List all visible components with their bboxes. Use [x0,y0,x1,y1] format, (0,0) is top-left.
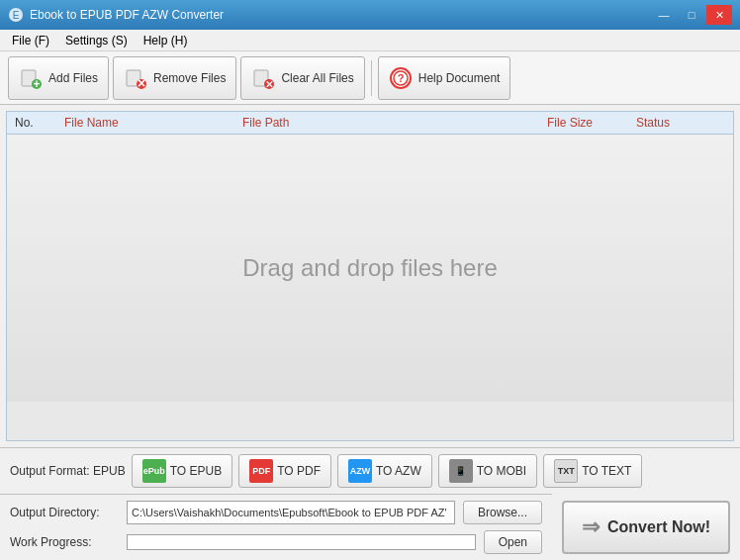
svg-text:+: + [33,77,40,90]
help-document-label: Help Document [418,71,501,85]
format-pdf-label: TO PDF [277,464,321,478]
add-files-icon: + [19,66,43,90]
add-files-label: Add Files [48,71,98,85]
remove-files-button[interactable]: × Remove Files [113,56,236,100]
pdf-icon: PDF [249,459,273,483]
mobi-icon: 📱 [449,459,473,483]
convert-arrow-icon: ⇒ [582,514,600,540]
app-icon: E [8,7,24,23]
text-icon: TXT [554,459,578,483]
menu-file[interactable]: File (F) [4,32,57,49]
help-document-button[interactable]: ? Help Document [378,56,511,100]
clear-all-files-label: Clear All Files [281,71,353,85]
format-epub-button[interactable]: ePub TO EPUB [132,454,232,488]
svg-text:×: × [138,75,145,90]
col-status: Status [636,116,725,130]
convert-now-button[interactable]: ⇒ Convert Now! [562,501,730,554]
output-dir-input[interactable] [127,501,455,524]
col-filename: File Name [64,116,242,130]
help-document-icon: ? [389,66,413,90]
format-azw-label: TO AZW [376,464,421,478]
drag-drop-text: Drag and drop files here [242,254,497,282]
output-format-label: Output Format: EPUB [10,464,126,478]
format-epub-label: TO EPUB [170,464,222,478]
menu-help[interactable]: Help (H) [136,32,196,49]
format-mobi-button[interactable]: 📱 TO MOBI [438,454,537,488]
title-bar: E Ebook to EPUB PDF AZW Converter — □ ✕ [0,0,740,30]
work-progress-label: Work Progress: [10,535,119,549]
work-progress-row: Work Progress: Open [10,530,542,554]
format-azw-button[interactable]: AZW TO AZW [337,454,432,488]
svg-text:✕: ✕ [265,79,273,90]
bottom-left: Output Directory: Browse... Work Progres… [0,494,552,560]
maximize-button[interactable]: □ [679,5,704,25]
svg-text:E: E [13,10,20,21]
clear-all-files-icon: ✕ [251,66,275,90]
add-files-button[interactable]: + Add Files [8,56,109,100]
open-button[interactable]: Open [484,530,542,554]
col-no: No. [15,116,64,130]
output-dir-row: Output Directory: Browse... [10,501,542,524]
convert-section: ⇒ Convert Now! [552,494,740,560]
menu-bar: File (F) Settings (S) Help (H) [0,30,740,51]
minimize-button[interactable]: — [651,5,677,25]
file-table-container: No. File Name File Path File Size Status… [6,111,734,441]
close-button[interactable]: ✕ [706,5,732,25]
output-dir-label: Output Directory: [10,506,119,519]
main-content: No. File Name File Path File Size Status… [0,105,740,560]
title-bar-controls: — □ ✕ [651,5,732,25]
title-bar-left: E Ebook to EPUB PDF AZW Converter [8,7,224,23]
window-title: Ebook to EPUB PDF AZW Converter [30,8,224,22]
azw-icon: AZW [348,459,372,483]
format-pdf-button[interactable]: PDF TO PDF [238,454,331,488]
browse-button[interactable]: Browse... [463,501,542,524]
col-filepath: File Path [242,116,547,130]
toolbar: + Add Files × Remove Files [0,51,740,105]
remove-files-label: Remove Files [153,71,226,85]
format-mobi-label: TO MOBI [477,464,526,478]
bottom-bar: Output Directory: Browse... Work Progres… [0,494,552,560]
convert-now-label: Convert Now! [607,518,710,536]
toolbar-separator [371,60,372,96]
clear-all-files-button[interactable]: ✕ Clear All Files [240,56,364,100]
svg-text:?: ? [397,72,404,84]
remove-files-icon: × [124,66,147,90]
file-table-header: No. File Name File Path File Size Status [7,112,733,135]
file-table-body[interactable]: Drag and drop files here [7,135,733,402]
format-text-button[interactable]: TXT TO TEXT [543,454,642,488]
menu-settings[interactable]: Settings (S) [57,32,136,49]
col-filesize: File Size [547,116,636,130]
output-format-bar: Output Format: EPUB ePub TO EPUB PDF TO … [0,447,740,494]
progress-bar [127,534,476,550]
epub-icon: ePub [142,459,166,483]
format-text-label: TO TEXT [582,464,631,478]
bottom-area: Output Directory: Browse... Work Progres… [0,494,740,560]
